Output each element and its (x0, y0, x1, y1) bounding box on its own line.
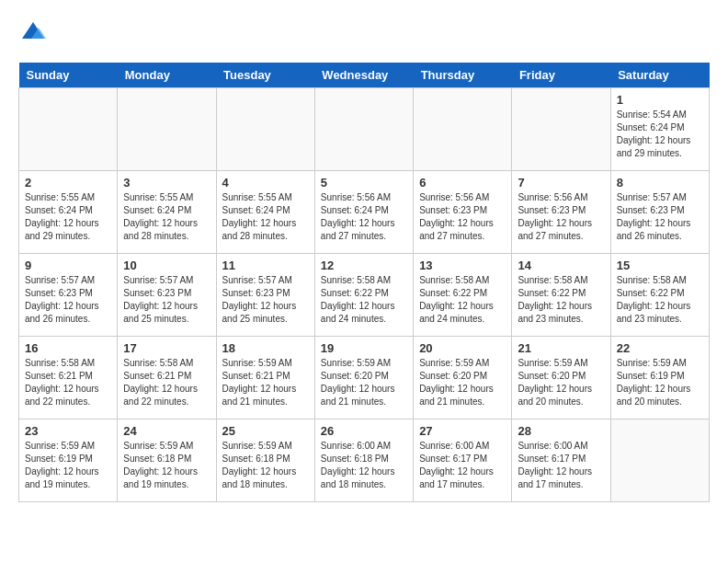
day-number: 22 (617, 341, 703, 355)
calendar-cell: 4Sunrise: 5:55 AM Sunset: 6:24 PM Daylig… (216, 171, 314, 254)
calendar-cell (19, 88, 118, 171)
calendar-cell: 8Sunrise: 5:57 AM Sunset: 6:23 PM Daylig… (610, 171, 709, 254)
day-number: 21 (518, 341, 604, 355)
calendar-cell (610, 419, 709, 502)
day-number: 15 (617, 259, 703, 272)
calendar-cell: 14Sunrise: 5:58 AM Sunset: 6:22 PM Dayli… (512, 254, 610, 337)
calendar-cell: 12Sunrise: 5:58 AM Sunset: 6:22 PM Dayli… (314, 254, 413, 337)
day-info: Sunrise: 5:58 AM Sunset: 6:21 PM Dayligh… (25, 358, 99, 407)
day-info: Sunrise: 6:00 AM Sunset: 6:17 PM Dayligh… (518, 441, 592, 489)
calendar-cell: 7Sunrise: 5:56 AM Sunset: 6:23 PM Daylig… (512, 171, 610, 254)
day-number: 10 (123, 259, 210, 272)
day-number: 26 (321, 424, 407, 438)
day-number: 28 (518, 424, 604, 438)
day-header-tuesday: Tuesday (216, 63, 314, 88)
day-number: 2 (25, 176, 111, 190)
logo (18, 18, 46, 49)
day-number: 6 (419, 176, 506, 190)
day-info: Sunrise: 5:55 AM Sunset: 6:24 PM Dayligh… (25, 192, 99, 241)
day-info: Sunrise: 5:59 AM Sunset: 6:19 PM Dayligh… (617, 358, 691, 407)
day-number: 16 (25, 341, 111, 355)
calendar-cell: 6Sunrise: 5:56 AM Sunset: 6:23 PM Daylig… (414, 171, 512, 254)
calendar-cell (118, 88, 216, 171)
day-info: Sunrise: 5:54 AM Sunset: 6:24 PM Dayligh… (617, 109, 691, 158)
calendar-cell: 9Sunrise: 5:57 AM Sunset: 6:23 PM Daylig… (19, 254, 118, 337)
day-number: 23 (25, 424, 111, 438)
day-number: 4 (222, 176, 309, 190)
day-info: Sunrise: 5:59 AM Sunset: 6:18 PM Dayligh… (222, 441, 297, 489)
calendar-cell: 21Sunrise: 5:59 AM Sunset: 6:20 PM Dayli… (512, 337, 610, 419)
day-header-monday: Monday (118, 63, 216, 88)
calendar-cell: 23Sunrise: 5:59 AM Sunset: 6:19 PM Dayli… (19, 419, 118, 502)
calendar-cell (512, 88, 610, 171)
day-info: Sunrise: 5:57 AM Sunset: 6:23 PM Dayligh… (25, 275, 99, 324)
calendar-cell (216, 88, 314, 171)
calendar-cell: 2Sunrise: 5:55 AM Sunset: 6:24 PM Daylig… (19, 171, 118, 254)
calendar-cell: 24Sunrise: 5:59 AM Sunset: 6:18 PM Dayli… (118, 419, 216, 502)
calendar-cell: 20Sunrise: 5:59 AM Sunset: 6:20 PM Dayli… (414, 337, 512, 419)
calendar-cell: 26Sunrise: 6:00 AM Sunset: 6:18 PM Dayli… (314, 419, 413, 502)
calendar-cell: 27Sunrise: 6:00 AM Sunset: 6:17 PM Dayli… (414, 419, 512, 502)
day-info: Sunrise: 6:00 AM Sunset: 6:18 PM Dayligh… (321, 441, 395, 489)
day-number: 14 (518, 259, 604, 272)
day-info: Sunrise: 5:56 AM Sunset: 6:24 PM Dayligh… (321, 192, 395, 241)
day-header-saturday: Saturday (610, 63, 709, 88)
day-header-friday: Friday (512, 63, 610, 88)
day-number: 13 (419, 259, 506, 272)
day-number: 17 (123, 341, 210, 355)
day-header-thursday: Thursday (414, 63, 512, 88)
day-number: 25 (222, 424, 309, 438)
day-number: 8 (617, 176, 703, 190)
calendar-cell: 10Sunrise: 5:57 AM Sunset: 6:23 PM Dayli… (118, 254, 216, 337)
day-info: Sunrise: 5:58 AM Sunset: 6:22 PM Dayligh… (419, 275, 494, 324)
calendar-table: SundayMondayTuesdayWednesdayThursdayFrid… (18, 63, 710, 502)
calendar-cell: 22Sunrise: 5:59 AM Sunset: 6:19 PM Dayli… (610, 337, 709, 419)
calendar-cell: 5Sunrise: 5:56 AM Sunset: 6:24 PM Daylig… (314, 171, 413, 254)
day-number: 3 (123, 176, 210, 190)
day-info: Sunrise: 5:57 AM Sunset: 6:23 PM Dayligh… (617, 192, 691, 241)
calendar-cell (414, 88, 512, 171)
day-info: Sunrise: 6:00 AM Sunset: 6:17 PM Dayligh… (419, 441, 494, 489)
day-header-sunday: Sunday (19, 63, 118, 88)
day-number: 11 (222, 259, 309, 272)
calendar-cell: 15Sunrise: 5:58 AM Sunset: 6:22 PM Dayli… (610, 254, 709, 337)
calendar-cell: 16Sunrise: 5:58 AM Sunset: 6:21 PM Dayli… (19, 337, 118, 419)
day-info: Sunrise: 5:59 AM Sunset: 6:19 PM Dayligh… (25, 441, 99, 489)
day-number: 24 (123, 424, 210, 438)
day-number: 27 (419, 424, 506, 438)
day-number: 20 (419, 341, 506, 355)
day-number: 5 (321, 176, 407, 190)
day-info: Sunrise: 5:57 AM Sunset: 6:23 PM Dayligh… (222, 275, 297, 324)
day-info: Sunrise: 5:56 AM Sunset: 6:23 PM Dayligh… (419, 192, 494, 241)
day-number: 18 (222, 341, 309, 355)
day-info: Sunrise: 5:59 AM Sunset: 6:20 PM Dayligh… (419, 358, 494, 407)
day-header-wednesday: Wednesday (314, 63, 413, 88)
day-info: Sunrise: 5:58 AM Sunset: 6:22 PM Dayligh… (321, 275, 395, 324)
calendar-cell: 3Sunrise: 5:55 AM Sunset: 6:24 PM Daylig… (118, 171, 216, 254)
calendar-cell: 19Sunrise: 5:59 AM Sunset: 6:20 PM Dayli… (314, 337, 413, 419)
day-info: Sunrise: 5:58 AM Sunset: 6:21 PM Dayligh… (123, 358, 198, 407)
day-info: Sunrise: 5:59 AM Sunset: 6:21 PM Dayligh… (222, 358, 297, 407)
calendar-cell: 25Sunrise: 5:59 AM Sunset: 6:18 PM Dayli… (216, 419, 314, 502)
day-info: Sunrise: 5:59 AM Sunset: 6:20 PM Dayligh… (321, 358, 395, 407)
calendar-cell: 28Sunrise: 6:00 AM Sunset: 6:17 PM Dayli… (512, 419, 610, 502)
calendar-cell: 13Sunrise: 5:58 AM Sunset: 6:22 PM Dayli… (414, 254, 512, 337)
day-number: 7 (518, 176, 604, 190)
calendar-cell: 1Sunrise: 5:54 AM Sunset: 6:24 PM Daylig… (610, 88, 709, 171)
day-info: Sunrise: 5:55 AM Sunset: 6:24 PM Dayligh… (123, 192, 198, 241)
day-info: Sunrise: 5:59 AM Sunset: 6:20 PM Dayligh… (518, 358, 592, 407)
logo-icon (20, 18, 46, 44)
calendar-cell: 11Sunrise: 5:57 AM Sunset: 6:23 PM Dayli… (216, 254, 314, 337)
day-number: 1 (617, 93, 703, 107)
day-number: 9 (25, 259, 111, 272)
day-info: Sunrise: 5:56 AM Sunset: 6:23 PM Dayligh… (518, 192, 592, 241)
day-info: Sunrise: 5:57 AM Sunset: 6:23 PM Dayligh… (123, 275, 198, 324)
calendar-cell: 17Sunrise: 5:58 AM Sunset: 6:21 PM Dayli… (118, 337, 216, 419)
day-number: 12 (321, 259, 407, 272)
day-info: Sunrise: 5:59 AM Sunset: 6:18 PM Dayligh… (123, 441, 198, 489)
day-info: Sunrise: 5:58 AM Sunset: 6:22 PM Dayligh… (617, 275, 691, 324)
day-info: Sunrise: 5:58 AM Sunset: 6:22 PM Dayligh… (518, 275, 592, 324)
day-number: 19 (321, 341, 407, 355)
day-info: Sunrise: 5:55 AM Sunset: 6:24 PM Dayligh… (222, 192, 297, 241)
calendar-cell (314, 88, 413, 171)
